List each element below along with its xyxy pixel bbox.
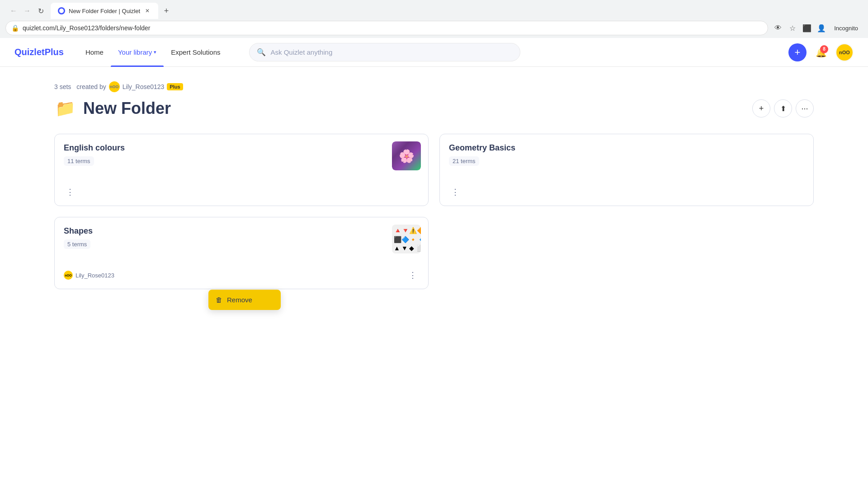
folder-header: 📁 New Folder + ⬆ ···: [54, 98, 814, 119]
remove-menu-item[interactable]: 🗑 Remove: [208, 291, 281, 308]
star-icon[interactable]: ☆: [786, 22, 799, 34]
toolbar-actions: 👁 ☆ ⬛ 👤 Incognito: [772, 22, 863, 34]
add-button[interactable]: +: [788, 43, 807, 61]
forward-button[interactable]: →: [21, 5, 33, 17]
nav-expert-label: Expert Solutions: [171, 48, 220, 56]
main-content: 3 sets created by nOO Lily_Rose0123 Plus…: [0, 67, 868, 304]
card-username-shapes: Lily_Rose0123: [75, 272, 114, 279]
card-title-geometry-basics: Geometry Basics: [449, 143, 804, 153]
card-thumbnail-shapes: 🔺🔻⚠️🔶 ⬛🔷🔸🔹 ▲▼◆⬜: [392, 225, 421, 253]
eye-slash-icon[interactable]: 👁: [772, 22, 784, 34]
shapes-emoji-grid: 🔺🔻⚠️🔶 ⬛🔷🔸🔹 ▲▼◆⬜: [394, 226, 419, 253]
card-user-shapes: nOO Lily_Rose0123: [64, 271, 114, 280]
main-nav: QuizletPlus Home Your library ▾ Expert S…: [0, 38, 868, 67]
search-icon: 🔍: [257, 48, 266, 56]
avatar: nOO: [836, 44, 853, 61]
remove-label: Remove: [227, 296, 252, 304]
plus-badge: Plus: [167, 83, 183, 90]
user-avatar-button[interactable]: nOO: [835, 43, 854, 61]
nav-home-label: Home: [85, 48, 104, 56]
add-to-folder-button[interactable]: +: [752, 99, 770, 117]
card-more-button-geometry-basics[interactable]: ⋮: [449, 186, 462, 198]
folder-actions: + ⬆ ···: [752, 99, 814, 117]
extension-icon[interactable]: ⬛: [801, 22, 813, 34]
more-folder-options-button[interactable]: ···: [796, 99, 814, 117]
tab-favicon: [58, 7, 65, 14]
notification-badge: 8: [820, 45, 828, 53]
search-placeholder: Ask Quizlet anything: [270, 48, 332, 56]
quizlet-app: QuizletPlus Home Your library ▾ Expert S…: [0, 38, 868, 304]
flower-image: 🌸: [392, 141, 421, 170]
url-input[interactable]: [23, 24, 762, 32]
nav-library-label: Your library: [118, 48, 152, 56]
refresh-button[interactable]: ↻: [34, 5, 47, 17]
context-menu: 🗑 Remove: [208, 290, 281, 310]
address-bar[interactable]: 🔒: [5, 21, 768, 35]
card-english-colours[interactable]: English colours 11 terms 🌸 ⋮: [54, 134, 429, 206]
card-thumbnail-english-colours: 🌸: [392, 141, 421, 170]
trash-icon: 🗑: [216, 296, 222, 304]
cards-grid: English colours 11 terms 🌸 ⋮ Geometry Ba…: [54, 134, 814, 289]
notification-button[interactable]: 🔔 8: [812, 43, 830, 61]
nav-your-library[interactable]: Your library ▾: [111, 45, 164, 60]
created-by-label: created by: [76, 83, 106, 90]
tab-bar: ← → ↻ New Folder Folder | Quizlet ✕ +: [0, 0, 868, 18]
nav-home[interactable]: Home: [78, 45, 111, 60]
creator-name: Lily_Rose0123: [123, 83, 165, 90]
card-title-english-colours: English colours: [64, 143, 419, 153]
browser-tab[interactable]: New Folder Folder | Quizlet ✕: [51, 3, 158, 19]
card-title-shapes: Shapes: [64, 226, 419, 236]
folder-icon: 📁: [54, 98, 76, 119]
card-terms-english-colours: 11 terms: [64, 156, 94, 166]
folder-title-row: 📁 New Folder: [54, 98, 171, 119]
chevron-down-icon: ▾: [154, 49, 156, 55]
browser-nav-buttons: ← → ↻: [4, 5, 51, 17]
nav-expert-solutions[interactable]: Expert Solutions: [164, 45, 227, 60]
back-button[interactable]: ←: [7, 5, 20, 17]
card-footer-shapes: nOO Lily_Rose0123 ⋮: [64, 269, 419, 282]
sets-count: 3 sets: [54, 83, 71, 90]
card-user-avatar-shapes: nOO: [64, 271, 73, 280]
new-tab-button[interactable]: +: [160, 5, 173, 17]
creator-avatar: nOO: [109, 81, 120, 92]
card-more-button-english-colours[interactable]: ⋮: [64, 186, 76, 198]
lock-icon: 🔒: [11, 24, 19, 32]
share-folder-button[interactable]: ⬆: [774, 99, 792, 117]
card-shapes[interactable]: Shapes 5 terms 🔺🔻⚠️🔶 ⬛🔷🔸🔹 ▲▼◆⬜ nOO Lily_…: [54, 217, 429, 289]
browser-chrome: ← → ↻ New Folder Folder | Quizlet ✕ + 🔒 …: [0, 0, 868, 38]
folder-meta: 3 sets created by nOO Lily_Rose0123 Plus: [54, 81, 814, 92]
card-terms-geometry-basics: 21 terms: [449, 156, 479, 166]
incognito-button[interactable]: Incognito: [830, 23, 863, 33]
card-more-button-shapes[interactable]: ⋮: [406, 269, 419, 282]
card-footer-english-colours: ⋮: [64, 186, 419, 198]
card-footer-geometry-basics: ⋮: [449, 186, 804, 198]
profile-icon[interactable]: 👤: [815, 22, 828, 34]
folder-title: New Folder: [83, 99, 171, 118]
quizlet-logo[interactable]: QuizletPlus: [14, 47, 64, 57]
tab-close-button[interactable]: ✕: [144, 7, 151, 14]
toolbar: 🔒 👁 ☆ ⬛ 👤 Incognito: [0, 18, 868, 38]
tab-title: New Folder Folder | Quizlet: [69, 8, 140, 14]
nav-right: + 🔔 8 nOO: [788, 43, 854, 61]
nav-links: Home Your library ▾ Expert Solutions: [78, 45, 228, 60]
search-bar[interactable]: 🔍 Ask Quizlet anything: [249, 43, 520, 61]
card-terms-shapes: 5 terms: [64, 239, 90, 249]
created-by: created by nOO Lily_Rose0123 Plus: [76, 81, 183, 92]
card-geometry-basics[interactable]: Geometry Basics 21 terms ⋮: [439, 134, 814, 206]
